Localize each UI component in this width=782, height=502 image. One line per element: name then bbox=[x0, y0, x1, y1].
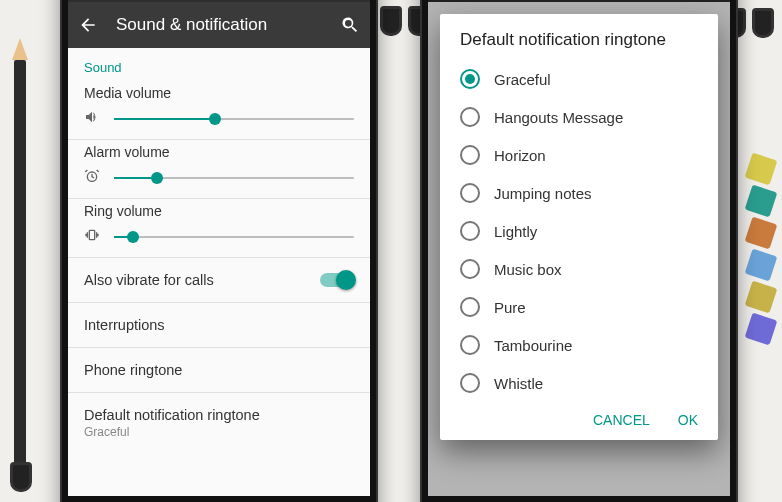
radio-icon[interactable] bbox=[460, 145, 480, 165]
ringtone-label: Whistle bbox=[494, 375, 543, 392]
ringtone-option[interactable]: Graceful bbox=[456, 60, 710, 98]
ringtone-label: Graceful bbox=[494, 71, 551, 88]
slider-thumb[interactable] bbox=[127, 231, 139, 243]
ringtone-option[interactable]: Tambourine bbox=[456, 326, 710, 364]
screen-right: 7° • 100% 12:34 RAIPDNW Show all notific… bbox=[428, 0, 730, 496]
phone-ringtone-row[interactable]: Phone ringtone bbox=[68, 348, 370, 392]
dialog-title: Default notification ringtone bbox=[440, 14, 718, 60]
ringtone-label: Music box bbox=[494, 261, 562, 278]
ringtone-option[interactable]: Lightly bbox=[456, 212, 710, 250]
radio-icon[interactable] bbox=[460, 297, 480, 317]
app-bar: Sound & notification bbox=[68, 2, 370, 48]
speaker-icon bbox=[84, 109, 102, 129]
radio-icon[interactable] bbox=[460, 221, 480, 241]
ringtone-label: Lightly bbox=[494, 223, 537, 240]
ringtone-option[interactable]: Whistle bbox=[456, 364, 710, 402]
ringtone-option[interactable]: Jumping notes bbox=[456, 174, 710, 212]
settings-content: Sound Media volume Alarm volume bbox=[68, 48, 370, 496]
alarm-volume-row: Alarm volume bbox=[68, 140, 370, 198]
dialog-actions: CANCEL OK bbox=[440, 402, 718, 440]
interruptions-row[interactable]: Interruptions bbox=[68, 303, 370, 347]
vibrate-ring-icon bbox=[84, 227, 102, 247]
radio-icon[interactable] bbox=[460, 373, 480, 393]
back-icon[interactable] bbox=[78, 15, 98, 35]
screen-left: 7° • 100% 12:33 bbox=[68, 0, 370, 496]
phone-left: 7° • 100% 12:33 bbox=[60, 0, 378, 502]
pencil-decor bbox=[14, 60, 26, 480]
ok-button[interactable]: OK bbox=[678, 412, 698, 428]
ringtone-option[interactable]: Music box bbox=[456, 250, 710, 288]
ringtone-label: Jumping notes bbox=[494, 185, 592, 202]
interruptions-label: Interruptions bbox=[84, 317, 165, 333]
vibrate-for-calls-row[interactable]: Also vibrate for calls bbox=[68, 258, 370, 302]
media-volume-label: Media volume bbox=[84, 85, 354, 101]
alarm-icon bbox=[84, 168, 102, 188]
ring-volume-row: Ring volume bbox=[68, 199, 370, 257]
phone-ringtone-label: Phone ringtone bbox=[84, 362, 182, 378]
cancel-button[interactable]: CANCEL bbox=[593, 412, 650, 428]
ring-volume-slider[interactable] bbox=[114, 236, 354, 238]
ringtone-label: Horizon bbox=[494, 147, 546, 164]
default-ringtone-value: Graceful bbox=[84, 425, 354, 439]
alarm-volume-slider[interactable] bbox=[114, 177, 354, 179]
vibrate-switch[interactable] bbox=[320, 273, 354, 287]
ringtone-option[interactable]: Pure bbox=[456, 288, 710, 326]
radio-icon[interactable] bbox=[460, 107, 480, 127]
ringtone-option[interactable]: Hangouts Message bbox=[456, 98, 710, 136]
section-header-sound: Sound bbox=[68, 48, 370, 81]
default-ringtone-label: Default notification ringtone bbox=[84, 407, 354, 423]
slider-thumb[interactable] bbox=[209, 113, 221, 125]
media-volume-slider[interactable] bbox=[114, 118, 354, 120]
ringtone-option[interactable]: Horizon bbox=[456, 136, 710, 174]
radio-icon[interactable] bbox=[460, 335, 480, 355]
default-ringtone-row[interactable]: Default notification ringtone Graceful bbox=[68, 393, 370, 453]
slider-thumb[interactable] bbox=[151, 172, 163, 184]
binder-clips-bottom bbox=[10, 462, 32, 492]
slider-fill bbox=[114, 118, 215, 120]
search-icon[interactable] bbox=[340, 15, 360, 35]
ring-volume-label: Ring volume bbox=[84, 203, 354, 219]
ringtone-dialog: Default notification ringtone GracefulHa… bbox=[440, 14, 718, 440]
radio-icon[interactable] bbox=[460, 259, 480, 279]
ringtone-label: Hangouts Message bbox=[494, 109, 623, 126]
vibrate-for-calls-label: Also vibrate for calls bbox=[84, 272, 214, 288]
radio-icon[interactable] bbox=[460, 69, 480, 89]
media-volume-row: Media volume bbox=[68, 81, 370, 139]
ringtone-list: GracefulHangouts MessageHorizonJumping n… bbox=[440, 60, 718, 402]
radio-icon[interactable] bbox=[460, 183, 480, 203]
phone-right: 7° • 100% 12:34 RAIPDNW Show all notific… bbox=[420, 0, 738, 502]
alarm-volume-label: Alarm volume bbox=[84, 144, 354, 160]
ringtone-label: Pure bbox=[494, 299, 526, 316]
page-title: Sound & notification bbox=[116, 15, 322, 35]
color-cubes-decor bbox=[742, 150, 780, 400]
svg-rect-5 bbox=[89, 230, 94, 239]
ringtone-label: Tambourine bbox=[494, 337, 572, 354]
